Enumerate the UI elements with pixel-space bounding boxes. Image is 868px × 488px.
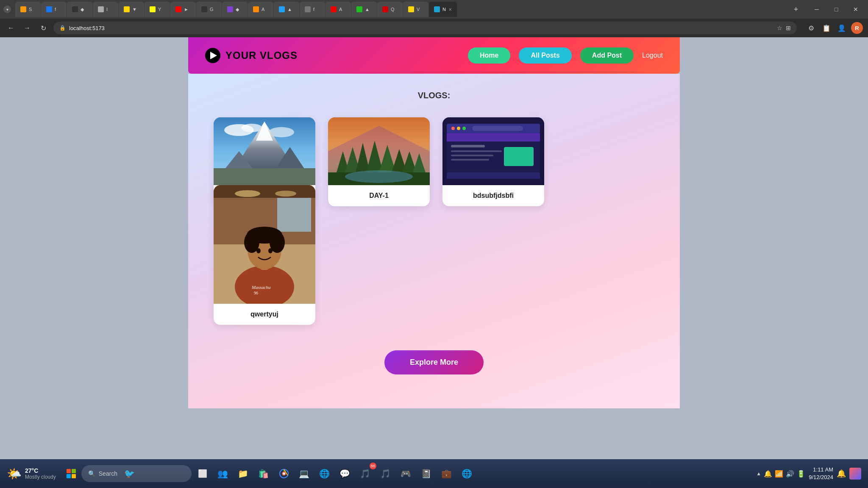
clock-date: 9/12/2024 bbox=[809, 474, 833, 481]
browser-tab-8[interactable]: G bbox=[196, 2, 222, 17]
mountain-svg bbox=[214, 117, 315, 185]
tab-bar-down-icon[interactable]: ▾ bbox=[3, 6, 11, 13]
browser-tab-10[interactable]: A bbox=[248, 2, 273, 17]
taskbar-app-teams[interactable]: 👥 bbox=[214, 464, 232, 483]
browser-tab-1[interactable]: S bbox=[15, 2, 41, 17]
svg-rect-38 bbox=[214, 185, 315, 198]
tab-label-4: I bbox=[106, 7, 108, 12]
address-bar[interactable]: 🔒 localhost:5173 ☆ ⊞ bbox=[53, 22, 797, 34]
svg-point-20 bbox=[345, 170, 413, 183]
account-icon[interactable]: 👤 bbox=[836, 22, 848, 34]
tab-favicon-1 bbox=[20, 6, 26, 12]
logout-button[interactable]: Logout bbox=[642, 52, 663, 59]
chrome-icon bbox=[279, 469, 289, 478]
taskbar-app-spotify[interactable]: 🎵 bbox=[376, 464, 395, 483]
tab-favicon-14 bbox=[356, 6, 362, 12]
all-posts-button[interactable]: All Posts bbox=[519, 47, 571, 64]
tab-label-12: f bbox=[313, 7, 314, 12]
browser-tab-16[interactable]: V bbox=[403, 2, 428, 17]
tab-close-icon[interactable]: ✕ bbox=[448, 7, 452, 12]
win-quad-red bbox=[67, 469, 71, 473]
taskbar-app-vscode[interactable]: 💻 bbox=[295, 464, 314, 483]
taskbar-app-explorer[interactable]: 📁 bbox=[234, 464, 253, 483]
tray-wifi-icon[interactable]: 📶 bbox=[775, 470, 783, 478]
tab-label-11: ▲ bbox=[287, 7, 292, 12]
browser-tab-6[interactable]: Y bbox=[145, 2, 170, 17]
vlog-card-4[interactable]: Massachu 96 qwertyuj bbox=[214, 185, 315, 325]
browser-tab-4[interactable]: I bbox=[93, 2, 118, 17]
taskbar-app-whatsapp[interactable]: 💬 bbox=[336, 464, 354, 483]
system-clock[interactable]: 1:11 AM 9/12/2024 bbox=[809, 466, 833, 481]
tab-label-7: ► bbox=[184, 7, 189, 12]
tab-label-active: N bbox=[442, 7, 446, 12]
tab-favicon-12 bbox=[305, 6, 311, 12]
svg-rect-27 bbox=[472, 126, 523, 131]
taskbar-app-discord[interactable]: 🎮 bbox=[397, 464, 415, 483]
tab-label-10: A bbox=[262, 7, 264, 12]
browser-tab-active[interactable]: N ✕ bbox=[429, 2, 457, 17]
svg-text:Massachu: Massachu bbox=[251, 285, 271, 290]
weather-icon: 🌤️ bbox=[7, 467, 22, 481]
tab-bar: ▾ S f ◆ I ▼ bbox=[0, 0, 868, 19]
browser-tab-13[interactable]: A bbox=[326, 2, 351, 17]
minimize-button[interactable]: ─ bbox=[808, 3, 826, 15]
explore-more-button[interactable]: Explore More bbox=[384, 350, 484, 374]
add-post-button[interactable]: Add Post bbox=[580, 47, 634, 64]
tab-label-14: ▲ bbox=[365, 7, 370, 12]
taskbar-search-bar[interactable]: 🔍 Search 🐦 bbox=[81, 465, 192, 482]
vlog-card-3[interactable]: bdsubfjdsbfi bbox=[442, 117, 544, 206]
home-button[interactable]: Home bbox=[468, 47, 510, 64]
color-swatch-icon[interactable] bbox=[849, 468, 861, 480]
vlog-card-2[interactable]: DAY-1 bbox=[328, 117, 430, 206]
extensions-icon[interactable]: ⊞ bbox=[786, 25, 791, 31]
browser-tab-14[interactable]: ▲ bbox=[351, 2, 377, 17]
notification-icon[interactable]: 🔔 bbox=[837, 469, 846, 478]
tray-battery-icon[interactable]: 🔋 bbox=[797, 470, 805, 478]
tab-label-3: ◆ bbox=[81, 7, 84, 12]
screenshare-icon[interactable]: 📋 bbox=[821, 22, 832, 34]
nav-links: Home All Posts Add Post Logout bbox=[468, 47, 663, 64]
browser-tab-15[interactable]: Q bbox=[377, 2, 403, 17]
bookmark-icon[interactable]: ☆ bbox=[777, 25, 782, 31]
maximize-button[interactable]: □ bbox=[827, 3, 845, 15]
profile-avatar[interactable]: R bbox=[851, 22, 863, 34]
browser-tab-5[interactable]: ▼ bbox=[119, 2, 144, 17]
taskbar-app-chrome[interactable] bbox=[275, 464, 293, 483]
svg-point-39 bbox=[235, 190, 260, 197]
window-controls: ─ □ ✕ bbox=[808, 3, 865, 15]
taskbar-app-edge[interactable]: 🌐 bbox=[315, 464, 334, 483]
taskbar-app-linkedin[interactable]: 💼 bbox=[437, 464, 456, 483]
tray-network-icon[interactable]: 🔔 bbox=[764, 470, 772, 478]
tab-label-9: ◆ bbox=[236, 7, 239, 12]
explore-btn-container: Explore More bbox=[205, 350, 663, 391]
start-button[interactable] bbox=[63, 465, 80, 482]
extensions-button[interactable]: ⚙ bbox=[805, 22, 817, 34]
tray-chevron-icon[interactable]: ▲ bbox=[756, 471, 761, 477]
browser-tab-7[interactable]: ► bbox=[170, 2, 196, 17]
browser-tab-3[interactable]: ◆ bbox=[67, 2, 92, 17]
taskbar: 🌤️ 27°C Mostly cloudy 🔍 Search 🐦 ⬜ 👥 📁 🛍… bbox=[0, 459, 868, 488]
svg-point-24 bbox=[451, 127, 455, 130]
play-icon bbox=[205, 48, 220, 63]
taskbar-right: ▲ 🔔 📶 🔊 🔋 1:11 AM 9/12/2024 🔔 bbox=[756, 466, 861, 481]
browser-tab-9[interactable]: ◆ bbox=[222, 2, 248, 17]
taskbar-app-store[interactable]: 🛍️ bbox=[254, 464, 273, 483]
main-content: VLOGS: bbox=[188, 74, 680, 408]
back-button[interactable]: ← bbox=[5, 22, 17, 34]
new-tab-button[interactable]: + bbox=[790, 3, 802, 15]
taskbar-app-badge[interactable]: 🎵 88 bbox=[356, 464, 375, 483]
browser-tab-2[interactable]: f bbox=[41, 2, 67, 17]
close-button[interactable]: ✕ bbox=[847, 3, 865, 15]
browser-tab-11[interactable]: ▲ bbox=[274, 2, 299, 17]
forward-button[interactable]: → bbox=[21, 22, 33, 34]
taskbar-app-taskview[interactable]: ⬜ bbox=[193, 464, 212, 483]
browser-tab-12[interactable]: f bbox=[300, 2, 325, 17]
tab-favicon-7 bbox=[175, 6, 181, 12]
taskbar-app-onenote[interactable]: 📓 bbox=[417, 464, 436, 483]
taskbar-app-chrome2[interactable]: 🌐 bbox=[458, 464, 476, 483]
tray-volume-icon[interactable]: 🔊 bbox=[786, 470, 794, 478]
tab-favicon-13 bbox=[331, 6, 337, 12]
vlogs-grid: hey,its a vlog app bbox=[205, 117, 663, 325]
refresh-button[interactable]: ↻ bbox=[37, 22, 49, 34]
tab-label-15: Q bbox=[391, 7, 395, 12]
